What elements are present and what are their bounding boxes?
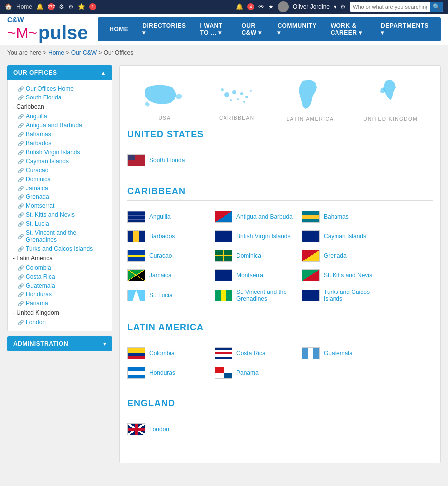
country-south-florida[interactable]: South Florida [127, 154, 207, 166]
map-usa[interactable]: USA [142, 80, 187, 121]
country-south-florida-name: South Florida [149, 157, 185, 164]
flag-stvincent [215, 290, 232, 301]
sidebar-item-barbados[interactable]: 🔗 Barbados [8, 139, 112, 148]
sidebar-admin[interactable]: ADMINISTRATION ▾ [7, 336, 112, 351]
sidebar-item-guatemala[interactable]: 🔗 Guatemala [8, 281, 112, 290]
notif-icon[interactable]: 🔔 [236, 3, 243, 10]
country-stlucia-name: St. Lucia [149, 292, 173, 299]
sidebar-item-offices-home[interactable]: 🔗Our Offices Home [8, 84, 112, 93]
home-link[interactable]: Home [16, 3, 32, 10]
search-input[interactable] [350, 3, 430, 11]
flag-barbados [127, 230, 145, 242]
sidebar-item-jamaica[interactable]: 🔗 Jamaica [8, 184, 112, 193]
country-dominica[interactable]: Dominica [215, 250, 294, 262]
eye-icon: 👁 [258, 3, 264, 10]
sidebar-item-stvincent[interactable]: 🔗 St. Vincent and the Grenadines [8, 228, 112, 244]
sidebar-item-bahamas[interactable]: 🔗 Bahamas [8, 130, 112, 139]
nav-community[interactable]: COMMUNITY ▾ [270, 17, 323, 41]
sidebar-item-bvi[interactable]: 🔗 British Virgin Islands [8, 148, 112, 157]
map-latam[interactable]: LATIN AMERICA [287, 78, 334, 122]
logo: C&W ~M~ pulse [7, 16, 88, 42]
country-stlucia[interactable]: St. Lucia [127, 289, 207, 302]
nav-directories[interactable]: DIRECTORIES ▾ [135, 17, 193, 41]
sidebar-item-honduras[interactable]: 🔗 Honduras [8, 290, 112, 299]
flag-honduras [127, 367, 145, 379]
breadcrumb-prefix: You are here > [7, 49, 47, 56]
country-colombia[interactable]: Colombia [127, 347, 207, 359]
country-montserrat[interactable]: Montserrat [215, 269, 294, 281]
section-latam-grid: Colombia Costa Rica Guatemala Honduras P… [127, 340, 433, 386]
country-bvi[interactable]: British Virgin Islands [215, 230, 294, 242]
breadcrumb-our-cw[interactable]: Our C&W [71, 49, 97, 56]
flag-costarica [215, 347, 232, 359]
sidebar-item-anguilla[interactable]: 🔗 Anguilla [8, 112, 112, 121]
user-chevron-icon[interactable]: ▾ [334, 3, 336, 10]
country-anguilla[interactable]: Anguilla [127, 211, 207, 223]
sidebar-item-dominica[interactable]: 🔗 Dominica [8, 175, 112, 184]
sidebar-item-turks[interactable]: 🔗 Turks and Caicos Islands [8, 244, 112, 253]
map-uk[interactable]: UNITED KINGDOM [363, 78, 418, 122]
country-london[interactable]: London [127, 423, 207, 435]
country-stvincent[interactable]: St. Vincent and the Grenadines [215, 289, 294, 302]
fav-icon: ★ [268, 3, 274, 10]
notif-badge: 4 [247, 3, 254, 10]
nav-i-want-to[interactable]: I WANT TO ... ▾ [193, 17, 235, 41]
flag-bvi [215, 230, 232, 242]
sidebar-item-colombia[interactable]: 🔗 Colombia [8, 263, 112, 272]
country-turks[interactable]: Turks and Caicos Islands [302, 289, 381, 302]
flag-grenada [302, 250, 320, 262]
sidebar-item-stkitts[interactable]: 🔗 St. Kitts and Nevis [8, 210, 112, 219]
sidebar-chevron-icon[interactable]: ▲ [101, 70, 106, 76]
gear-icon[interactable]: ⚙ [59, 3, 64, 10]
section-england: ENGLAND London [127, 398, 433, 443]
country-dominica-name: Dominica [236, 252, 261, 259]
sidebar-item-antigua[interactable]: 🔗 Antigua and Barbuda [8, 121, 112, 130]
sidebar-item-curacao[interactable]: 🔗 Curacao [8, 166, 112, 175]
country-panama[interactable]: Panama [215, 367, 294, 379]
sidebar-item-stlucia[interactable]: 🔗 St. Lucia [8, 219, 112, 228]
country-jamaica[interactable]: Jamaica [127, 269, 207, 281]
country-curacao[interactable]: Curacao [127, 250, 207, 262]
svg-point-0 [224, 92, 229, 97]
country-bahamas[interactable]: Bahamas [302, 211, 381, 223]
sidebar-section-latam: - Latin America [8, 253, 112, 263]
star-badge: 1 [89, 3, 96, 10]
admin-chevron-icon[interactable]: ▾ [103, 341, 107, 347]
sidebar-item-panama[interactable]: 🔗 Panama [8, 299, 112, 308]
sidebar-item-south-florida[interactable]: 🔗South Florida [8, 93, 112, 102]
avatar [278, 1, 289, 12]
country-antigua[interactable]: Antigua and Barbuda [215, 211, 294, 223]
sidebar-item-cayman[interactable]: 🔗 Cayman Islands [8, 157, 112, 166]
settings2-icon[interactable]: ⚙ [340, 3, 346, 10]
sidebar-section-caribbean: - Caribbean [8, 102, 112, 112]
nav-our-cw[interactable]: OUR C&W ▾ [234, 17, 270, 41]
nav-home[interactable]: HOME [103, 21, 135, 38]
section-latam-title: LATIN AMERICA [127, 322, 433, 337]
country-grenada[interactable]: Grenada [302, 250, 381, 262]
country-guatemala[interactable]: Guatemala [302, 347, 381, 359]
nav-departments[interactable]: DEPARTMENTS ▾ [374, 17, 436, 41]
country-barbados[interactable]: Barbados [127, 230, 207, 242]
country-honduras[interactable]: Honduras [127, 367, 207, 379]
sidebar-content: 🔗Our Offices Home 🔗South Florida - Carib… [7, 80, 112, 331]
breadcrumb-current: Our Offices [104, 49, 133, 56]
sidebar-item-montserrat[interactable]: 🔗 Montserrat [8, 201, 112, 210]
breadcrumb-home[interactable]: Home [48, 49, 64, 56]
settings-icon[interactable]: ⚙ [68, 3, 74, 10]
country-stkitts-name: St. Kitts and Nevis [324, 272, 372, 279]
map-caribbean[interactable]: CARIBBEAN [217, 80, 257, 121]
nav-work-career[interactable]: WORK & CAREER ▾ [324, 17, 374, 41]
country-cayman[interactable]: Cayman Islands [302, 230, 381, 242]
country-costarica[interactable]: Costa Rica [215, 347, 294, 359]
flag-panama [215, 367, 232, 379]
flag-stlucia [127, 290, 145, 301]
search-button[interactable]: 🔍 [430, 2, 443, 12]
logo-pulse: pulse [38, 23, 88, 42]
sidebar-item-costarica[interactable]: 🔗 Costa Rica [8, 272, 112, 281]
section-us-title: UNITED STATES [127, 129, 433, 144]
sidebar-item-grenada[interactable]: 🔗 Grenada [8, 193, 112, 201]
top-bar-left: 🏠 Home 🔔 277 ⚙ ⚙ ⭐ 1 [5, 3, 96, 10]
sidebar-item-london[interactable]: 🔗 London [8, 318, 112, 327]
section-caribbean-grid: Anguilla Antigua and Barbuda Bahamas Bar… [127, 203, 433, 310]
country-stkitts[interactable]: St. Kitts and Nevis [302, 269, 381, 281]
